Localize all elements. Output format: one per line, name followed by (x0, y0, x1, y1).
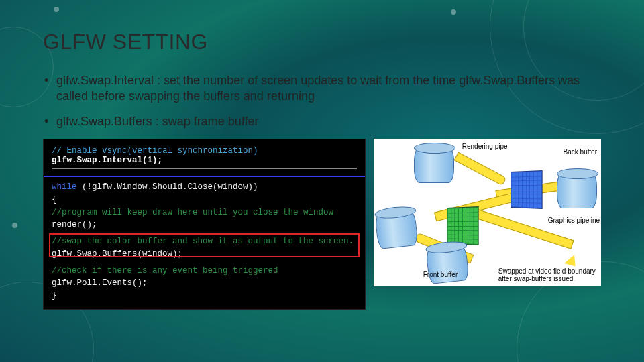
buffer-swap-diagram: Rendering pipe Back buffer Graphics pipe… (374, 139, 601, 286)
code-text: (!glfw.Window.Should.Close(window)) (82, 182, 258, 192)
code-text: } (52, 290, 357, 302)
code-text: { (52, 194, 357, 206)
code-call: glfw.Swap.Interval(1); (52, 156, 357, 165)
slide: GLFW SETTING glfw.Swap.Interval : set th… (0, 0, 644, 362)
code-body: while (!glfw.Window.Should.Close(window)… (44, 177, 365, 309)
cylinder-icon (414, 147, 454, 183)
diagram-label: Graphics pipeline (548, 217, 600, 224)
diagram-label: Back buffer (564, 148, 597, 156)
code-comment: //check if there is any event being trig… (52, 265, 357, 278)
bullet-item: glfw.Swap.Interval : set the number of s… (43, 73, 601, 105)
bullet-list: glfw.Swap.Interval : set the number of s… (43, 73, 601, 129)
code-header: // Enable vsync(vertical synchronization… (44, 139, 365, 176)
diagram-label: Swapped at video field boundary after sw… (498, 267, 601, 282)
code-keyword: while (52, 182, 77, 192)
code-text: glfw.Poll.Events(); (52, 277, 357, 290)
code-comment: // Enable vsync(vertical synchronization… (52, 146, 357, 156)
front-buffer-icon (447, 206, 479, 245)
cylinder-icon (557, 172, 597, 208)
diagram-label: Rendering pipe (462, 143, 508, 150)
cylinder-icon (374, 209, 418, 249)
slide-title: GLFW SETTING (43, 29, 601, 54)
content-row: // Enable vsync(vertical synchronization… (43, 139, 601, 310)
code-block: // Enable vsync(vertical synchronization… (43, 139, 366, 310)
code-text: render(); (52, 219, 357, 231)
code-comment: //program will keep draw here until you … (52, 206, 357, 219)
pipe-icon (475, 209, 574, 249)
pipe-icon (453, 152, 506, 186)
diagram-label: Front buffer (423, 271, 458, 278)
back-buffer-icon (511, 170, 543, 209)
highlight-box (49, 233, 360, 257)
divider (52, 168, 357, 169)
bullet-item: glfw.Swap.Buffers : swap frame buffer (43, 114, 601, 129)
